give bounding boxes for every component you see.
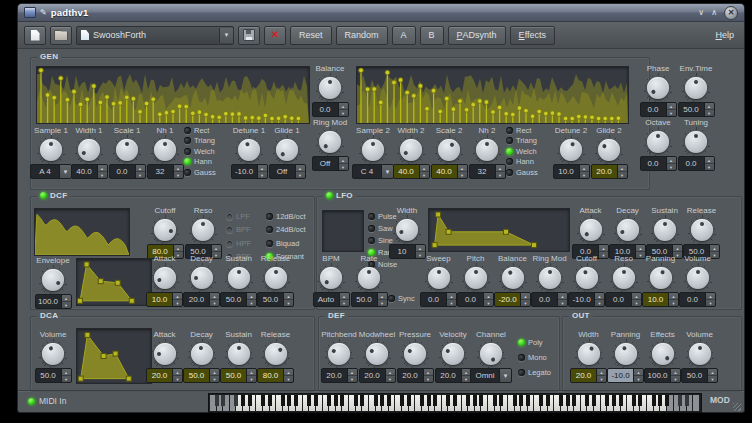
spin-up-icon[interactable]: ▲ [339, 157, 348, 164]
dca-attack-knob[interactable] [154, 343, 176, 365]
gen-glide2-value[interactable]: 20.0▲▼ [591, 164, 628, 179]
gen-waveshape1-triang[interactable]: Triang [184, 137, 230, 145]
gen-nh2-spin-buttons[interactable]: ▲▼ [495, 165, 505, 178]
spin-up-icon[interactable]: ▲ [284, 369, 293, 376]
lfo-ring-mod-value[interactable]: 0.0▲▼ [531, 292, 568, 307]
piano-black-key[interactable] [294, 395, 298, 406]
dca-release-knob[interactable] [265, 343, 287, 365]
spin-down-icon[interactable]: ▼ [671, 376, 680, 382]
piano-black-key[interactable] [387, 395, 391, 406]
out-width-knob[interactable] [578, 343, 600, 365]
spin-down-icon[interactable]: ▼ [496, 172, 505, 178]
gen-phase-spin-buttons[interactable]: ▲▼ [666, 103, 676, 116]
spin-up-icon[interactable]: ▲ [705, 157, 714, 164]
gen-width1-value[interactable]: 40.0▲▼ [71, 164, 108, 179]
piano-black-key[interactable] [546, 395, 550, 406]
piano-black-key[interactable] [539, 395, 543, 406]
keyboard[interactable] [208, 393, 702, 413]
gen-waveshape1-welch[interactable]: Welch [184, 147, 230, 155]
spin-up-icon[interactable]: ▲ [284, 293, 293, 300]
def-pitchbend-knob[interactable] [328, 343, 350, 365]
spin-up-icon[interactable]: ▲ [671, 369, 680, 376]
spin-up-icon[interactable]: ▲ [595, 293, 604, 300]
gen-ring-mod-value[interactable]: Off▲▼ [312, 156, 349, 171]
def-mode-mono[interactable]: Mono [518, 353, 551, 361]
gen-scale1-value[interactable]: 0.0▲▼ [109, 164, 146, 179]
dcf-release-value[interactable]: 50.0▲▼ [257, 292, 294, 307]
piano-black-key[interactable] [354, 395, 358, 406]
spin-down-icon[interactable]: ▼ [173, 376, 182, 382]
pin-icon[interactable]: ✎ [40, 9, 47, 17]
dca-volume-knob[interactable] [42, 343, 64, 365]
spin-down-icon[interactable]: ▼ [597, 376, 606, 382]
piano-black-key[interactable] [400, 395, 404, 406]
gen-waveshape2-triang[interactable]: Triang [506, 137, 552, 145]
lfo-panning-spin-buttons[interactable]: ▲▼ [668, 293, 678, 306]
piano-black-key[interactable] [446, 395, 450, 406]
lfo-cutoff-spin-buttons[interactable]: ▲▼ [594, 293, 604, 306]
spin-down-icon[interactable]: ▼ [173, 300, 182, 306]
gen-detune1-knob[interactable] [238, 139, 260, 161]
dcf-sustain-spin-buttons[interactable]: ▲▼ [246, 293, 256, 306]
spin-up-icon[interactable]: ▲ [618, 165, 627, 172]
lfo-ring-mod-knob[interactable] [539, 267, 561, 289]
dcf-type-bpf[interactable]: BPF [226, 226, 251, 234]
tab-effects[interactable]: Effects [510, 26, 555, 45]
spin-down-icon[interactable]: ▼ [339, 110, 348, 116]
spin-up-icon[interactable]: ▲ [705, 103, 714, 110]
piano-black-key[interactable] [281, 395, 285, 406]
dcf-slope-24db-oct[interactable]: 24dB/oct [266, 226, 306, 234]
def-velocity-value[interactable]: 20.0▲▼ [435, 368, 472, 383]
lfo-bpm-spin-buttons[interactable]: ▲▼ [339, 293, 349, 306]
piano-black-key[interactable] [513, 395, 517, 406]
piano-black-key[interactable] [314, 395, 318, 406]
dcf-envelope-display[interactable] [76, 258, 152, 306]
def-channel-knob[interactable] [480, 343, 502, 365]
piano-black-key[interactable] [427, 395, 431, 406]
lfo-reso-value[interactable]: 0.0▲▼ [605, 292, 642, 307]
piano-black-key[interactable] [234, 395, 238, 406]
spin-down-icon[interactable]: ▼ [348, 376, 357, 382]
gen-width2-knob[interactable] [400, 139, 422, 161]
spin-up-icon[interactable]: ▲ [247, 293, 256, 300]
preset-b-button[interactable]: B [420, 26, 444, 45]
spin-down-icon[interactable]: ▼ [667, 164, 676, 170]
dcf-slope-biquad[interactable]: Biquad [266, 239, 306, 247]
spin-up-icon[interactable]: ▲ [669, 293, 678, 300]
spin-up-icon[interactable]: ▲ [667, 157, 676, 164]
gen-balance-value[interactable]: 0.0▲▼ [312, 102, 349, 117]
spin-up-icon[interactable]: ▲ [174, 165, 183, 172]
piano-black-key[interactable] [566, 395, 570, 406]
spin-down-icon[interactable]: ▼ [669, 300, 678, 306]
save-preset-button[interactable] [238, 26, 260, 45]
def-pressure-knob[interactable] [404, 343, 426, 365]
spin-down-icon[interactable]: ▼ [458, 172, 467, 178]
piano-black-key[interactable] [420, 395, 424, 406]
spin-down-icon[interactable]: ▼ [618, 172, 627, 178]
dcf-type-lpf[interactable]: LPF [226, 212, 251, 220]
def-pitchbend-spin-buttons[interactable]: ▲▼ [347, 369, 357, 382]
piano-black-key[interactable] [248, 395, 252, 406]
def-channel-value[interactable]: Omni▼ [470, 368, 512, 383]
gen-tuning-spin-buttons[interactable]: ▲▼ [704, 157, 714, 170]
piano-black-key[interactable] [334, 395, 338, 406]
piano-black-key[interactable] [605, 395, 609, 406]
piano-black-key[interactable] [453, 395, 457, 406]
spin-down-icon[interactable]: ▼ [595, 300, 604, 306]
dca-volume-value[interactable]: 50.0▲▼ [35, 368, 72, 383]
gen-waveshape2-hann[interactable]: Hann [506, 158, 552, 166]
gen-glide2-knob[interactable] [598, 139, 620, 161]
gen-detune1-value[interactable]: -10.0▲▼ [231, 164, 268, 179]
spin-up-icon[interactable]: ▲ [673, 245, 682, 252]
spin-up-icon[interactable]: ▲ [62, 295, 71, 302]
gen-sample1-knob[interactable] [40, 139, 62, 161]
dca-release-value[interactable]: 80.0▲▼ [257, 368, 294, 383]
gen-env-time-value[interactable]: 50.0▲▼ [678, 102, 715, 117]
lfo-reso-spin-buttons[interactable]: ▲▼ [631, 293, 641, 306]
gen-waveshape1-hann[interactable]: Hann [184, 158, 230, 166]
gen-scale1-knob[interactable] [116, 139, 138, 161]
spin-up-icon[interactable]: ▲ [258, 165, 267, 172]
lfo-volume-value[interactable]: 0.0▲▼ [679, 292, 716, 307]
shade-button[interactable]: ∨ [698, 8, 704, 17]
lfo-panning-value[interactable]: 10.0▲▼ [642, 292, 679, 307]
